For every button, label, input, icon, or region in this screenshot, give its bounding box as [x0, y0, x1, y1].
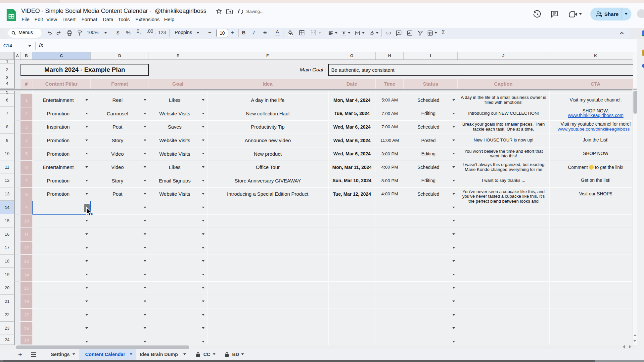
svg-text:A: A: [372, 33, 373, 35]
